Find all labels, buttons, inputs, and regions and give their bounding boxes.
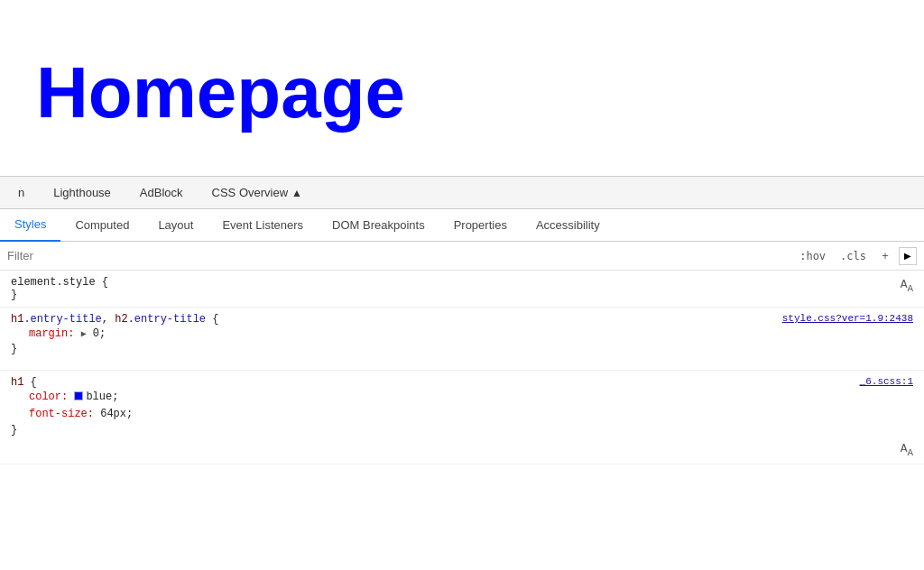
subtab-properties[interactable]: Properties	[439, 209, 522, 242]
subtab-event-listeners[interactable]: Event Listeners	[208, 209, 318, 242]
page-content-area: Homepage	[0, 0, 924, 176]
css-rule-header: h1.entry-title, h2.entry-title { style.c…	[11, 313, 913, 326]
css-selector-h1: h1 {	[11, 376, 37, 389]
filter-buttons: :hov .cls + ▶	[794, 246, 917, 266]
css-selector: h1.entry-title, h2.entry-title {	[11, 313, 218, 326]
css-property-margin: margin: ▶ 0;	[11, 326, 913, 343]
toolbar-tab-lighthouse[interactable]: Lighthouse	[39, 177, 125, 209]
page-title: Homepage	[36, 57, 405, 129]
subtab-dom-breakpoints[interactable]: DOM Breakpoints	[318, 209, 439, 242]
css-source-h1[interactable]: _6.scss:1	[860, 376, 913, 387]
css-closing: }	[11, 289, 913, 301]
css-block-h1: h1 { _6.scss:1 color: blue; font-size: 6…	[0, 371, 924, 464]
toggle-panel-button[interactable]: ▶	[899, 247, 917, 265]
flask-icon: ▲	[291, 187, 302, 199]
css-closing: }	[11, 343, 913, 355]
devtools-panel: n Lighthouse AdBlock CSS Overview ▲ Styl…	[0, 176, 924, 570]
toolbar-tab-n[interactable]: n	[4, 177, 39, 209]
devtools-toolbar: n Lighthouse AdBlock CSS Overview ▲	[0, 177, 924, 209]
aa-icon-h1[interactable]: AA	[901, 442, 913, 458]
subtab-styles[interactable]: Styles	[0, 209, 60, 242]
css-content: element.style { AA } h1.entry-title, h2.…	[0, 271, 924, 570]
hov-button[interactable]: :hov	[794, 248, 831, 264]
color-swatch-blue[interactable]	[74, 391, 83, 400]
add-style-button[interactable]: +	[875, 246, 895, 266]
css-rule-header: h1 { _6.scss:1	[11, 376, 913, 389]
css-property-font-size: font-size: 64px;	[11, 406, 913, 423]
subtab-computed[interactable]: Computed	[60, 209, 143, 242]
aa-icon[interactable]: AA	[901, 278, 913, 294]
css-block-element-style: element.style { AA }	[0, 271, 924, 308]
css-rule-header: element.style { AA	[11, 276, 913, 289]
css-block-entry-title: h1.entry-title, h2.entry-title { style.c…	[0, 308, 924, 371]
subtab-accessibility[interactable]: Accessibility	[522, 209, 614, 242]
css-selector: element.style {	[11, 276, 108, 289]
subtab-layout[interactable]: Layout	[143, 209, 208, 242]
filter-bar: :hov .cls + ▶	[0, 242, 924, 271]
css-closing-h1: }	[11, 424, 913, 437]
css-source-entry-title[interactable]: style.css?ver=1.9:2438	[782, 313, 913, 324]
filter-input[interactable]	[7, 249, 794, 262]
cls-button[interactable]: .cls	[835, 248, 872, 264]
devtools-subtabs: Styles Computed Layout Event Listeners D…	[0, 209, 924, 242]
toolbar-tab-css-overview[interactable]: CSS Overview ▲	[198, 177, 317, 209]
css-property-color: color: blue;	[11, 389, 913, 406]
toolbar-tab-adblock[interactable]: AdBlock	[125, 177, 198, 209]
